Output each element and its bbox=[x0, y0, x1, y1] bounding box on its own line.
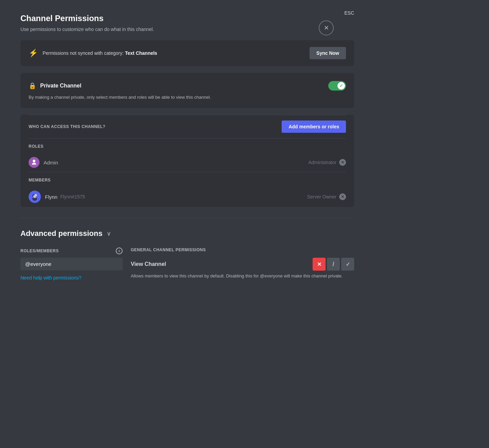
add-role-member-button[interactable]: + bbox=[116, 247, 123, 254]
roles-members-label-text: ROLES/MEMBERS bbox=[20, 249, 59, 253]
permission-name-view-channel: View Channel bbox=[131, 261, 166, 267]
member-display-name: Flynn bbox=[45, 194, 58, 200]
close-icon: ✕ bbox=[324, 25, 329, 31]
close-button-wrapper: ✕ ESC bbox=[344, 10, 354, 16]
member-username: Flynn#1575 bbox=[60, 194, 85, 199]
role-right: Administrator ✕ bbox=[309, 159, 346, 166]
role-left: Admin bbox=[29, 157, 58, 168]
add-role-icon: + bbox=[118, 248, 121, 254]
perm-deny-button[interactable]: ✕ bbox=[313, 258, 326, 271]
members-section-label: MEMBERS bbox=[29, 172, 346, 187]
role-admin-badge: Administrator bbox=[309, 160, 336, 165]
everyone-item[interactable]: @everyone bbox=[20, 258, 123, 270]
lock-icon: 🔒 bbox=[29, 82, 36, 90]
access-header: WHO CAN ACCESS THIS CHANNEL? Add members… bbox=[29, 115, 346, 138]
sync-banner: ⚡ Permissions not synced with category: … bbox=[20, 40, 354, 66]
member-badge: Server Owner bbox=[307, 194, 336, 199]
roles-members-label: ROLES/MEMBERS + bbox=[20, 247, 123, 254]
permissions-card: WHO CAN ACCESS THIS CHANNEL? Add members… bbox=[20, 115, 354, 207]
toggle-thumb: ✓ bbox=[337, 82, 345, 90]
private-channel-card: 🔒 Private Channel ✓ By making a channel … bbox=[20, 73, 354, 108]
sync-banner-left: ⚡ Permissions not synced with category: … bbox=[29, 49, 157, 58]
help-link[interactable]: Need help with permissions? bbox=[20, 275, 123, 281]
roles-section-label: ROLES bbox=[29, 139, 346, 153]
sync-text: Permissions not synced with category: Te… bbox=[43, 50, 157, 56]
advanced-permissions-chevron[interactable]: ∨ bbox=[107, 230, 111, 237]
role-admin-name: Admin bbox=[44, 160, 58, 165]
remove-role-admin-button[interactable]: ✕ bbox=[339, 159, 346, 166]
private-channel-header: 🔒 Private Channel ✓ bbox=[29, 81, 346, 91]
toggle-check-icon: ✓ bbox=[340, 83, 343, 88]
page-subtitle: Use permissions to customize who can do … bbox=[20, 27, 354, 32]
perm-allow-button[interactable]: ✓ bbox=[341, 258, 354, 271]
role-admin-icon bbox=[29, 157, 40, 168]
everyone-label: @everyone bbox=[25, 261, 51, 267]
permission-row-view-channel: View Channel ✕ / ✓ Allows members to vie… bbox=[131, 258, 354, 279]
roles-members-panel: ROLES/MEMBERS + @everyone Need help with… bbox=[20, 247, 123, 285]
main-divider bbox=[20, 218, 354, 218]
main-container: ✕ ESC Channel Permissions Use permission… bbox=[0, 0, 375, 299]
svg-point-4 bbox=[33, 195, 36, 198]
page-title: Channel Permissions bbox=[20, 14, 354, 23]
general-channel-permissions-label: GENERAL CHANNEL PERMISSIONS bbox=[131, 247, 354, 252]
private-channel-title: 🔒 Private Channel bbox=[29, 82, 81, 90]
perm-neutral-button[interactable]: / bbox=[327, 258, 340, 271]
permission-buttons-view-channel: ✕ / ✓ bbox=[313, 258, 354, 271]
private-channel-description: By making a channel private, only select… bbox=[29, 95, 346, 100]
sync-text-prefix: Permissions not synced with category: bbox=[43, 50, 125, 56]
add-members-button[interactable]: Add members or roles bbox=[282, 121, 346, 133]
member-right: Server Owner ✕ bbox=[307, 193, 346, 200]
permission-row-header: View Channel ✕ / ✓ bbox=[131, 258, 354, 271]
sync-now-button[interactable]: Sync Now bbox=[310, 47, 346, 59]
esc-label: ESC bbox=[344, 10, 354, 16]
remove-member-button[interactable]: ✕ bbox=[339, 193, 346, 200]
sync-warning-icon: ⚡ bbox=[29, 49, 38, 58]
role-row: Admin Administrator ✕ bbox=[29, 153, 346, 172]
member-avatar bbox=[29, 191, 41, 203]
close-button[interactable]: ✕ bbox=[319, 20, 334, 35]
advanced-permissions-content: ROLES/MEMBERS + @everyone Need help with… bbox=[20, 247, 354, 285]
private-channel-label: Private Channel bbox=[40, 83, 81, 89]
permissions-panel: GENERAL CHANNEL PERMISSIONS View Channel… bbox=[131, 247, 354, 285]
access-label: WHO CAN ACCESS THIS CHANNEL? bbox=[29, 124, 106, 129]
member-names: Flynn Flynn#1575 bbox=[45, 194, 85, 200]
advanced-permissions-title: Advanced permissions bbox=[20, 229, 102, 238]
member-left: Flynn Flynn#1575 bbox=[29, 191, 85, 203]
sync-category-name: Text Channels bbox=[125, 50, 157, 56]
access-section: WHO CAN ACCESS THIS CHANNEL? Add members… bbox=[29, 115, 346, 207]
toggle-track: ✓ bbox=[328, 81, 346, 91]
permission-description-view-channel: Allows members to view this channel by d… bbox=[131, 273, 354, 279]
member-row: Flynn Flynn#1575 Server Owner ✕ bbox=[29, 187, 346, 207]
advanced-permissions-header: Advanced permissions ∨ bbox=[20, 229, 354, 238]
private-channel-toggle[interactable]: ✓ bbox=[328, 81, 346, 91]
